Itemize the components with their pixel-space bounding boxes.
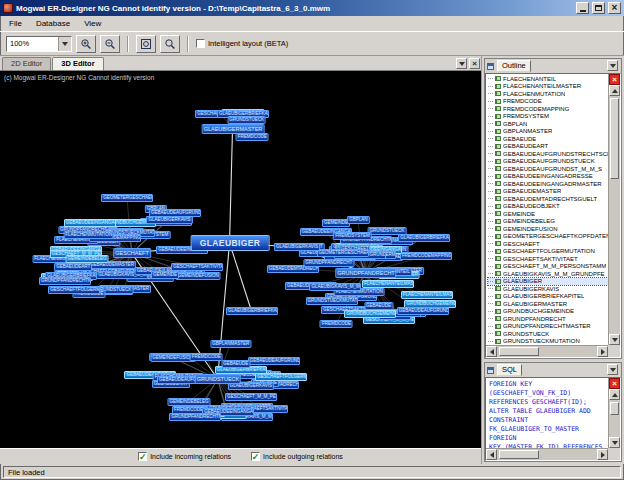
intelligent-layout-checkbox[interactable]: Intelligent layout (BETA) [196,39,288,48]
entity-node[interactable]: GESCHAEFTSAKTIVITAET [171,263,223,271]
scrollbar-thumb[interactable] [610,402,619,415]
sql-close-button[interactable] [609,378,620,389]
entity-node[interactable]: GLAEUBIGERKAVIS [274,243,320,251]
outline-item-gebaeudemtadrechtsguelt[interactable]: GEBAEUDEMTADRECHTSGUELT [488,195,608,203]
entity-node[interactable]: GEBAEUDEART [54,263,92,271]
entity-node[interactable]: GEMEINDEFUSION [176,272,221,280]
entity-node[interactable]: GESCHAEFTFOLGERMUTATION [255,373,307,381]
tab-2d-editor[interactable]: 2D Editor [2,57,51,70]
menu-view[interactable]: View [77,17,108,30]
entity-node[interactable]: FLAECHENANTEILMASTER [362,280,414,288]
close-button[interactable] [608,2,621,14]
entity-node[interactable]: GLAEUBIGERBRIEFKAPITEL [226,307,278,315]
scroll-track[interactable] [609,400,620,437]
outline-item-grundpfandrechtmaster[interactable]: GRUNDPFANDRECHTMASTER [488,323,608,331]
outline-item-fremdsystem[interactable]: FREMDSYSTEM [488,113,608,121]
title-bar[interactable]: Mogwai ER-Designer NG Cannot identify ve… [0,0,624,16]
outline-item-gebaeudeaufgrundst_m_m_s[interactable]: GEBAEUDEAUFGRUNDST_M_M_S [488,165,608,173]
minimize-button[interactable] [576,2,589,14]
outline-item-geschaeft[interactable]: GESCHAEFT [488,240,608,248]
scroll-track[interactable] [497,449,597,460]
outline-item-gemeindebeleg[interactable]: GEMEINDEBELEG [488,218,608,226]
entity-node[interactable]: GLAEUBIGERMASTER [202,124,265,134]
outline-item-gebaeude[interactable]: GEBAEUDE [488,135,608,143]
scrollbar-thumb[interactable] [499,347,539,356]
scroll-track[interactable] [497,346,597,357]
entity-node[interactable]: FREMDCODE [236,133,269,141]
menu-file[interactable]: File [2,17,29,30]
outline-item-gemeinde[interactable]: GEMEINDE [488,210,608,218]
entity-node[interactable]: GEBAEUDEAUFGRUNDSTRECHTSCH [248,357,300,365]
sql-panel-title[interactable]: SQL [497,364,522,376]
scroll-down-button[interactable] [609,437,620,448]
entity-node[interactable]: GRUNDSTUECK [195,374,241,384]
scroll-left-button[interactable] [486,449,497,460]
outline-close-button[interactable] [609,74,620,85]
entity-node[interactable]: GESCHAEFTFOLGERMUTATION [48,286,100,294]
scroll-up-button[interactable] [609,389,620,400]
scroll-track[interactable] [609,96,620,334]
outline-item-gebaeudeeingangadresse[interactable]: GEBAEUDEEINGANGADRESSE [488,173,608,181]
entity-node[interactable]: GEBAEUDEEINGANGADRESSE [64,219,116,227]
entity-node[interactable]: GLAEUBIGERKAVIS [146,216,192,224]
entity-node[interactable]: GRUNDPFANDRECHT [303,259,354,267]
entity-node[interactable]: FREMDCODE [190,353,223,361]
tab-3d-editor[interactable]: 3D Editor [52,57,103,70]
outline-item-grundstueck[interactable]: GRUNDSTUECK [488,330,608,338]
outline-item-gebaeudeart[interactable]: GEBAEUDEART [488,143,608,151]
zoom-original-button[interactable] [160,35,180,53]
entity-node[interactable]: GEMEINDEFUSION [150,354,195,362]
outline-item-grundstueckmutation[interactable]: GRUNDSTUECKMUTATION [488,338,608,346]
entity-node[interactable]: GRUNDPFANDRECHTMASTER [39,277,91,285]
outline-item-flaechenanteil[interactable]: FLAECHENANTEIL [488,75,608,83]
outline-item-glaeubiger[interactable]: GLAEUBIGER [488,278,608,286]
outline-item-grundbuchgemeinde[interactable]: GRUNDBUCHGEMEINDE [488,308,608,316]
maximize-button[interactable] [592,2,605,14]
outline-item-fremdcode[interactable]: FREMDCODE [488,98,608,106]
entity-node[interactable]: GEMEINDE [151,271,179,279]
entity-node[interactable]: GEMEINDEBELEG [168,398,211,406]
panel-undock-button[interactable] [456,58,467,69]
outline-item-gebaeudemaster[interactable]: GEBAEUDEMASTER [488,188,608,196]
sql-text[interactable]: FOREIGN KEY (GESCHAEFT_VON_FK_ID) REFERE… [486,378,608,448]
outline-item-flaechenanteilmaster[interactable]: FLAECHENANTEILMASTER [488,83,608,91]
scroll-right-button[interactable] [597,449,608,460]
outline-item-glaeubigermaster[interactable]: GLAEUBIGERMASTER [488,300,608,308]
scrollbar-thumb[interactable] [610,98,619,179]
sql-menu-button[interactable] [607,364,618,375]
entity-node[interactable]: GEMEINDE [322,219,350,227]
scroll-down-button[interactable] [609,334,620,345]
scroll-up-button[interactable] [609,85,620,96]
3d-graph-canvas[interactable]: GEBAEUDEEINGANGADRESSEGEMEINDEGESCHAEFTF… [0,71,481,448]
entity-node[interactable]: GEOMETERGESCHAEFTKOPFDATEN [101,194,153,202]
outline-item-gemeindefusion[interactable]: GEMEINDEFUSION [488,225,608,233]
entity-node[interactable]: GESCHAEFT [113,248,151,258]
outline-item-gebaeudeaufgrundstrechtsch[interactable]: GEBAEUDEAUFGRUNDSTRECHTSCH [488,150,608,158]
scrollbar-thumb[interactable] [499,450,539,459]
outline-item-gbplanmaster[interactable]: GBPLANMASTER [488,128,608,136]
entity-node[interactable]: GRUNDSTUECK [368,227,407,235]
outline-item-grundpfandrecht[interactable]: GRUNDPFANDRECHT [488,315,608,323]
entity-node[interactable]: GEBAEUDEAUFGRUNDSTRECHTSCH [397,307,449,315]
outline-item-geschaeftsaktivitaet[interactable]: GESCHAEFTSAKTIVITAET [488,255,608,263]
scroll-left-button[interactable] [486,346,497,357]
outline-item-geometergeschaeftkopfdaten[interactable]: GEOMETERGESCHAEFTKOPFDATEN [488,233,608,241]
entity-node[interactable]: FREMDCODEMAPPING [400,252,452,260]
sql-panel-header[interactable]: SQL [485,363,621,377]
entity-node[interactable]: GBPLAN [347,216,369,224]
outline-vertical-scrollbar[interactable] [608,74,620,345]
outline-item-glaeubigkavis_m_m_grundpfe[interactable]: GLAEUBIGKAVIS_M_M_GRUNDPFE [488,270,608,278]
entity-node[interactable]: GRUNDPFANDRECHT [335,268,396,278]
entity-node[interactable]: GBPLANMASTER [210,340,251,348]
entity-node[interactable]: FLAECHENANTEILMASTER [401,291,453,299]
entity-node[interactable]: FLAECHENMUTATION [63,231,114,239]
entity-node[interactable]: GRUNDPFANDRECHTMASTER [169,413,221,421]
entity-node[interactable]: GEMEINDEBELEG [66,255,109,263]
zoom-select[interactable]: 100% [6,36,72,52]
entity-node[interactable]: GRUNDSTUECK [227,116,266,124]
outline-item-geschaeftfolgermutation[interactable]: GESCHAEFTFOLGERMUTATION [488,248,608,256]
entity-node[interactable]: GRUNDBUCHGEMEINDE [344,310,396,318]
entity-node[interactable]: GRUNDSTUECKMUTATION [306,297,358,305]
outgoing-relations-checkbox[interactable]: Include outgoing relations [251,452,343,461]
entity-node[interactable]: GESCHAEFT_M_M_PERSONSTAMM [225,393,277,401]
